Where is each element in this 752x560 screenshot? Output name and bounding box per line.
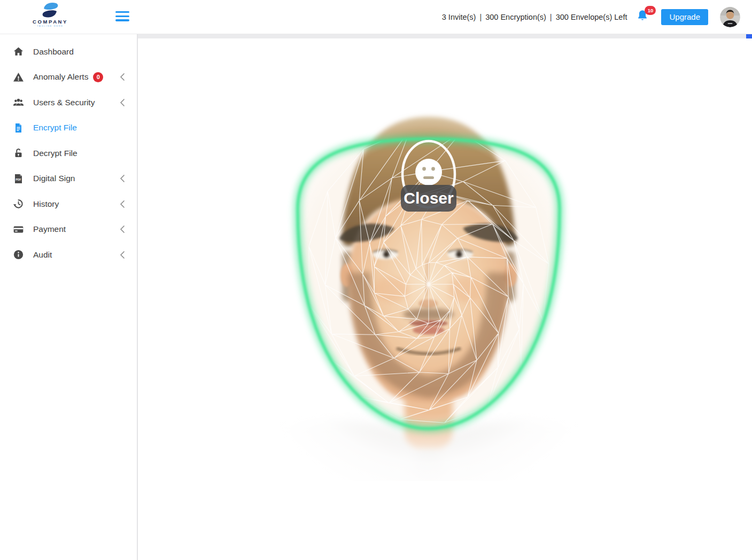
app-page: { "header": { "logo": { "company": "COMP… (0, 0, 752, 560)
notifications-button[interactable]: 10 (635, 8, 652, 26)
sidebar-item-label: History (33, 199, 59, 209)
sidebar-item-label: Digital Sign (33, 174, 75, 183)
info-icon (13, 249, 24, 260)
face-scan-view: Closer (257, 96, 599, 481)
scan-hint-label: Closer (404, 189, 454, 207)
sidebar-item-decrypt-file[interactable]: Decrypt File (0, 141, 137, 166)
header-left: COMPANY TAGLINE HERE (0, 0, 138, 34)
pdf-icon: PDF (13, 173, 24, 184)
stats-separator: | (479, 13, 482, 21)
hamburger-menu-icon[interactable] (115, 11, 129, 22)
history-icon (13, 198, 24, 209)
header-right: 3 Invite(s)|300 Encryption(s)|300 Envelo… (442, 7, 752, 27)
company-logo[interactable]: COMPANY TAGLINE HERE (31, 1, 69, 28)
sidebar-nav: Dashboard Anomaly Alerts 0 Users & Secur… (0, 34, 138, 560)
sidebar-item-label: Encrypt File (33, 123, 77, 133)
chevron-left-icon[interactable] (120, 73, 125, 81)
main-content: Closer (138, 34, 752, 560)
notifications-badge: 10 (645, 6, 656, 15)
chevron-left-icon[interactable] (120, 225, 125, 234)
unlock-icon (13, 147, 24, 159)
sidebar-item-label: Dashboard (33, 47, 74, 57)
encryptions-count: 300 Encryption(s) (485, 13, 546, 21)
sidebar-item-label: Users & Security (33, 98, 95, 107)
envelopes-count: 300 Envelope(s) Left (556, 13, 627, 21)
scroll-accent-indicator (746, 34, 752, 38)
credit-card-icon (13, 224, 24, 235)
company-logo-tagline: TAGLINE HERE (31, 25, 69, 28)
usage-stats: 3 Invite(s)|300 Encryption(s)|300 Envelo… (442, 13, 627, 21)
chevron-left-icon[interactable] (120, 251, 125, 259)
avatar-image (720, 7, 740, 27)
sidebar-item-encrypt-file[interactable]: Encrypt File (0, 115, 137, 141)
chevron-left-icon[interactable] (120, 174, 125, 183)
content-top-strip (138, 34, 752, 38)
sidebar-item-digital-sign[interactable]: PDF Digital Sign (0, 166, 137, 192)
file-icon (13, 122, 24, 134)
sidebar-item-label: Decrypt File (33, 149, 77, 158)
home-icon (13, 46, 24, 57)
anomaly-alerts-badge: 0 (93, 72, 103, 82)
chevron-left-icon[interactable] (120, 200, 125, 208)
sidebar-item-label: Audit (33, 250, 52, 260)
company-logo-icon (40, 1, 61, 19)
sidebar-item-users-security[interactable]: Users & Security (0, 90, 137, 115)
sidebar-item-dashboard[interactable]: Dashboard (0, 39, 137, 65)
warning-icon (13, 72, 24, 83)
top-header: COMPANY TAGLINE HERE 3 Invite(s)|300 Enc… (0, 0, 752, 34)
user-avatar[interactable] (720, 7, 740, 27)
neutral-face-icon (415, 159, 442, 185)
company-logo-text: COMPANY (31, 19, 69, 25)
invites-count: 3 Invite(s) (442, 13, 476, 21)
pdf-icon-label: PDF (15, 178, 21, 181)
sidebar-item-audit[interactable]: Audit (0, 242, 137, 268)
scan-hint-tooltip: Closer (401, 185, 456, 212)
upgrade-button[interactable]: Upgrade (661, 9, 708, 25)
sidebar-item-label: Anomaly Alerts (33, 72, 88, 82)
users-icon (13, 97, 24, 108)
sidebar-item-history[interactable]: History (0, 191, 137, 217)
stats-separator: | (550, 13, 552, 21)
chevron-left-icon[interactable] (120, 98, 125, 107)
sidebar-item-label: Payment (33, 224, 66, 234)
sidebar-item-anomaly-alerts[interactable]: Anomaly Alerts 0 (0, 65, 137, 90)
sidebar-item-payment[interactable]: Payment (0, 217, 137, 243)
